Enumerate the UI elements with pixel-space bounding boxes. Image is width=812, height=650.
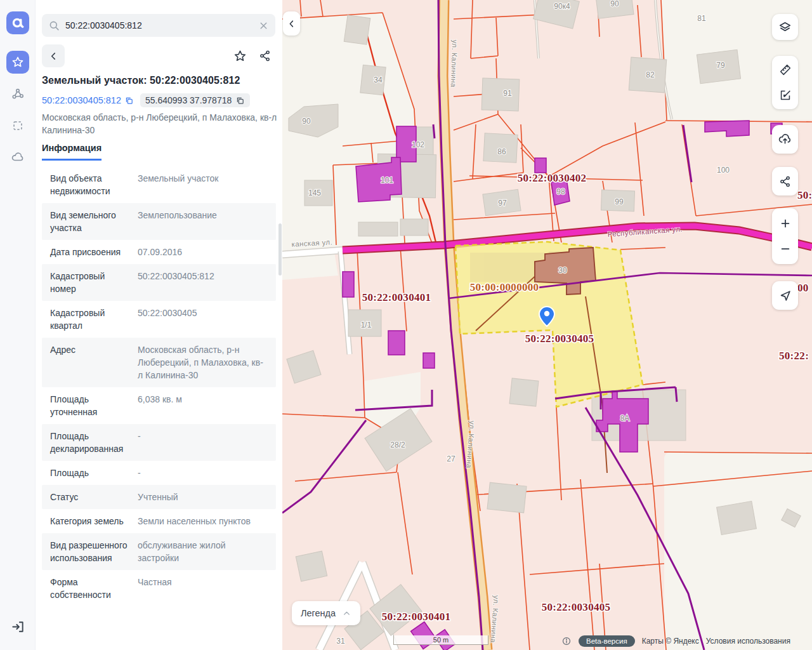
b-label: 145 bbox=[308, 189, 321, 197]
chevron-left-icon bbox=[287, 19, 296, 29]
icon-rail bbox=[0, 0, 36, 650]
favorite-button[interactable] bbox=[230, 46, 250, 66]
info-table: Вид объекта недвижимостиЗемельный участо… bbox=[42, 166, 276, 607]
terms-of-use-link[interactable]: Условия использования bbox=[706, 637, 790, 646]
row-label: Вид разрешенного использования bbox=[50, 539, 130, 564]
row-label: Вид объекта недвижимости bbox=[50, 172, 130, 197]
share-map-button[interactable] bbox=[772, 167, 798, 196]
edit-square-icon bbox=[778, 88, 792, 102]
b-label: 27 bbox=[447, 454, 455, 463]
dashed-square-icon bbox=[11, 119, 25, 133]
ruler-button[interactable] bbox=[772, 57, 798, 83]
table-row: Площадь декларированная- bbox=[42, 424, 276, 461]
layers-button[interactable] bbox=[772, 14, 798, 40]
cloud-icon bbox=[10, 150, 25, 165]
b-label: 98 bbox=[556, 187, 565, 196]
b-label: 28/2 bbox=[390, 441, 405, 449]
row-value: 50:22:0030405:812 bbox=[138, 270, 268, 295]
table-row: Вид разрешенного использованияобслуживан… bbox=[42, 533, 276, 570]
row-value: - bbox=[138, 467, 268, 479]
beta-badge[interactable]: Beta-версия bbox=[579, 635, 635, 647]
tab-information[interactable]: Информация bbox=[42, 143, 102, 161]
search-icon bbox=[48, 20, 60, 32]
copy-coordinates-icon[interactable] bbox=[235, 96, 245, 105]
panel-scrollbar[interactable] bbox=[278, 223, 282, 275]
collapse-panel-button[interactable] bbox=[283, 11, 300, 36]
minus-icon bbox=[779, 242, 792, 255]
sidebar-item-objects[interactable] bbox=[6, 83, 29, 105]
legend-label: Легенда bbox=[301, 608, 336, 618]
row-label: Статус bbox=[50, 491, 130, 503]
q-label: 50:22: bbox=[779, 350, 809, 362]
object-address: Московская область, р-н Люберецкий, п Ма… bbox=[42, 111, 278, 136]
b-label: 86 bbox=[497, 147, 506, 156]
table-row: Вид земельного участкаЗемлепользование bbox=[42, 203, 276, 240]
search-input[interactable] bbox=[65, 20, 253, 30]
row-label: Форма собственности bbox=[50, 576, 130, 601]
share-icon bbox=[258, 49, 272, 63]
zoom-in-button[interactable] bbox=[772, 211, 798, 236]
back-button[interactable] bbox=[42, 44, 65, 67]
sidebar-item-favorites[interactable] bbox=[6, 51, 29, 74]
logout-button[interactable] bbox=[6, 615, 29, 638]
row-value: Землепользование bbox=[138, 209, 268, 234]
map-area: ул. Калининаул. Калининаул. КалининаРесп… bbox=[282, 0, 812, 650]
detail-panel: Земельный участок: 50:22:0030405:812 50:… bbox=[36, 0, 282, 650]
b-label: 91 bbox=[503, 89, 512, 98]
row-label: Кадастровый квартал bbox=[50, 307, 130, 332]
table-row: Категория земельЗемли населенных пунктов bbox=[42, 509, 276, 533]
row-label: Категория земель bbox=[50, 515, 130, 527]
scale-label: 50 m bbox=[433, 636, 449, 644]
copy-icon[interactable] bbox=[124, 96, 134, 105]
app-logo[interactable] bbox=[6, 11, 29, 34]
q-label: 50:00:0000000 bbox=[470, 281, 539, 293]
table-row: Форма собственностиЧастная bbox=[42, 570, 276, 607]
upload-button[interactable] bbox=[772, 125, 798, 154]
info-button[interactable] bbox=[561, 636, 572, 646]
measure-edit-group bbox=[772, 56, 798, 109]
chevron-left-icon bbox=[48, 51, 59, 62]
map-attribution: Beta-версия Карты © Яндекс Условия испол… bbox=[561, 635, 790, 647]
table-row: СтатусУчтенный bbox=[42, 485, 276, 509]
ruler-icon bbox=[778, 63, 792, 77]
b-label: 90к4 bbox=[554, 2, 570, 11]
row-label: Площадь bbox=[50, 467, 130, 479]
b-label: 1/1 bbox=[361, 321, 372, 329]
row-value: - bbox=[138, 430, 268, 455]
object-chips: 50:22:0030405:812 55.640993 37.978718 bbox=[42, 93, 250, 107]
table-row: Кадастровый квартал50:22:0030405 bbox=[42, 301, 276, 338]
row-value: 6,038 кв. м bbox=[138, 393, 268, 418]
row-label: Вид земельного участка bbox=[50, 209, 130, 234]
edit-button[interactable] bbox=[772, 83, 798, 108]
coordinates-chip: 55.640993 37.978718 bbox=[140, 93, 250, 107]
map-canvas[interactable]: ул. Калининаул. Калининаул. КалининаРесп… bbox=[282, 0, 812, 650]
q-label: 50:2 bbox=[797, 189, 812, 201]
share-object-button[interactable] bbox=[255, 46, 275, 66]
row-value: Земельный участок bbox=[138, 172, 268, 197]
row-label: Площадь декларированная bbox=[50, 430, 130, 455]
sidebar-item-cloud[interactable] bbox=[6, 146, 29, 169]
cadastral-number-link[interactable]: 50:22:0030405:812 bbox=[42, 95, 134, 105]
tab-bar: Информация bbox=[42, 142, 102, 161]
star-icon bbox=[11, 55, 25, 69]
table-row: Площадь уточненная6,038 кв. м bbox=[42, 387, 276, 424]
b-label: 81 bbox=[697, 14, 706, 23]
q-label: 50:22:0030405 bbox=[542, 601, 611, 613]
polygon-nodes-icon bbox=[10, 86, 25, 102]
row-label: Кадастровый номер bbox=[50, 270, 130, 295]
row-value: 50:22:0030405 bbox=[138, 307, 268, 332]
sidebar-item-select-area[interactable] bbox=[6, 114, 29, 137]
zoom-out-button[interactable] bbox=[772, 236, 798, 262]
search-bar bbox=[42, 14, 275, 37]
b-label: 100 bbox=[717, 166, 730, 175]
share-icon bbox=[778, 175, 792, 189]
clear-search-icon[interactable] bbox=[258, 20, 269, 31]
row-value: Земли населенных пунктов bbox=[138, 515, 268, 527]
legend-button[interactable]: Легенда bbox=[292, 601, 360, 625]
b-label: 79 bbox=[716, 61, 725, 70]
app: Земельный участок: 50:22:0030405:812 50:… bbox=[0, 0, 812, 650]
table-row: Площадь- bbox=[42, 461, 276, 485]
b-label: 34 bbox=[374, 76, 383, 84]
locate-me-button[interactable] bbox=[772, 281, 798, 310]
yandex-maps-credit[interactable]: Карты © Яндекс bbox=[642, 637, 699, 646]
